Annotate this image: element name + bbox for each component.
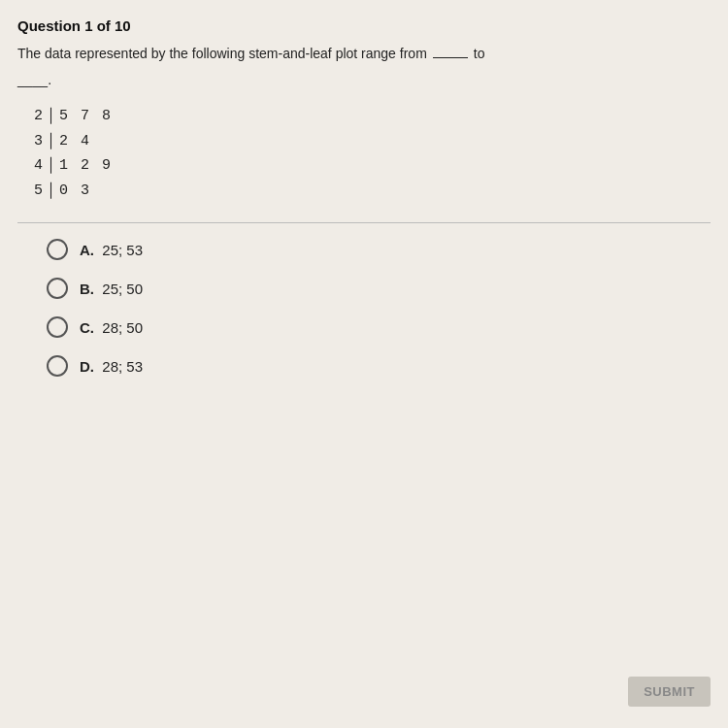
- stem-leaf-row: 3 │ 2 4: [27, 129, 711, 154]
- stem-leaf-row: 2 │ 5 7 8: [27, 104, 711, 129]
- stem-2: 2: [27, 104, 43, 129]
- radio-b[interactable]: [47, 278, 68, 299]
- stem-4: 4: [27, 153, 43, 179]
- separator-2: │: [47, 104, 55, 129]
- question-continuation-text: ____.: [17, 72, 51, 87]
- radio-c[interactable]: [47, 316, 68, 338]
- separator-5: │: [47, 179, 55, 204]
- leaves-4: 1 2 9: [59, 153, 113, 179]
- question-header: Question 1 of 10: [17, 17, 711, 34]
- stem-leaf-plot: 2 │ 5 7 8 3 │ 2 4 4 │ 1 2 9 5 │ 0 3: [27, 104, 711, 203]
- option-c[interactable]: C. 28; 50: [47, 316, 711, 338]
- stem-leaf-row: 5 │ 0 3: [27, 179, 711, 204]
- stem-5: 5: [27, 179, 43, 204]
- leaves-2: 5 7 8: [59, 104, 113, 129]
- question-line: The data represented by the following st…: [17, 44, 711, 70]
- question-text-before: The data represented by the following st…: [17, 44, 427, 64]
- option-b-text: B. 25; 50: [80, 281, 143, 297]
- separator-3: │: [47, 129, 55, 154]
- option-a[interactable]: A. 25; 53: [47, 239, 711, 260]
- leaves-3: 2 4: [59, 129, 91, 154]
- option-d[interactable]: D. 28; 53: [47, 355, 711, 377]
- radio-d[interactable]: [47, 355, 68, 377]
- leaves-5: 0 3: [59, 179, 91, 204]
- option-c-text: C. 28; 50: [80, 319, 143, 336]
- options-container: A. 25; 53 B. 25; 50 C. 28; 50 D. 28; 53: [17, 239, 711, 377]
- stem-leaf-row: 4 │ 1 2 9: [27, 153, 711, 179]
- question-continuation: ____.: [17, 70, 711, 90]
- question-title: Question 1 of 10: [17, 17, 131, 34]
- submit-button[interactable]: SUBMIT: [628, 677, 711, 707]
- option-d-text: D. 28; 53: [80, 358, 143, 375]
- radio-a[interactable]: [47, 239, 68, 260]
- section-divider: [17, 222, 711, 223]
- option-a-text: A. 25; 53: [80, 242, 143, 258]
- separator-4: │: [47, 153, 55, 179]
- page-container: Question 1 of 10 The data represented by…: [0, 0, 728, 728]
- answer-blank: [433, 57, 468, 58]
- option-b[interactable]: B. 25; 50: [47, 278, 711, 299]
- question-text-after: to: [474, 44, 485, 64]
- stem-3: 3: [27, 129, 43, 154]
